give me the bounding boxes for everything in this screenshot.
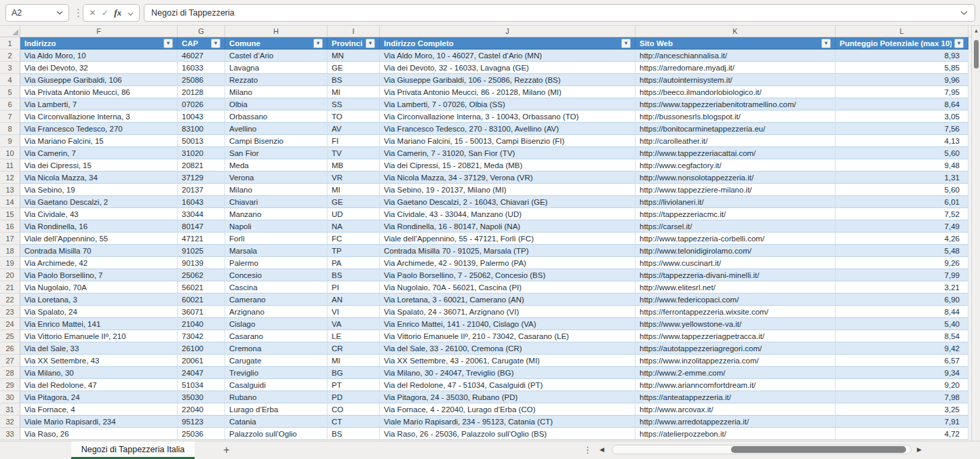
cell-I33[interactable]: BS — [328, 428, 380, 440]
row-number-23[interactable]: 23 — [0, 306, 20, 318]
cell-K25[interactable]: https://www.tappezzeriagpetracca.it/ — [635, 330, 836, 342]
cell-K24[interactable]: https://www.yellowstone-va.it/ — [635, 318, 836, 330]
cell-K27[interactable]: https://www.inzolitappezzeria.com/ — [635, 355, 836, 367]
cell-K10[interactable]: http://www.tappezzeriacattai.com/ — [635, 147, 836, 159]
cell-L27[interactable]: 6,57 — [836, 355, 968, 367]
header-cell-H[interactable]: Comune▾ — [225, 37, 328, 49]
scroll-right-icon[interactable]: ▶ — [917, 446, 922, 453]
cell-I10[interactable]: TV — [328, 147, 380, 159]
cell-I2[interactable]: MN — [328, 49, 380, 62]
cell-K3[interactable]: https://arredomare.myadj.it/ — [635, 62, 836, 74]
cell-L8[interactable]: 7,56 — [836, 123, 968, 135]
cell-F16[interactable]: Via Rondinella, 16 — [20, 220, 178, 233]
cell-H4[interactable]: Rezzato — [225, 74, 328, 86]
cell-G12[interactable]: 37129 — [178, 172, 225, 184]
cell-K30[interactable]: https://anteatappezzeria.it/ — [635, 391, 836, 403]
cell-I19[interactable]: PA — [328, 257, 380, 269]
row-number-2[interactable]: 2 — [0, 49, 20, 62]
select-all-corner[interactable] — [0, 26, 20, 37]
cell-H5[interactable]: Milano — [225, 86, 328, 98]
cell-H14[interactable]: Chiavari — [225, 196, 328, 208]
cell-K22[interactable]: http://www.federicopaci.com/ — [635, 294, 836, 306]
cell-F17[interactable]: Viale dell’Appennino, 55 — [20, 233, 178, 245]
row-number-28[interactable]: 28 — [0, 367, 20, 379]
cell-H2[interactable]: Castel d’Ario — [225, 49, 328, 62]
cell-J30[interactable]: Via Pitagora, 24 - 35030, Rubano (PD) — [380, 391, 635, 403]
filter-button-K[interactable]: ▾ — [821, 39, 831, 48]
cell-G25[interactable]: 73042 — [178, 330, 225, 342]
formula-bar[interactable]: Negozi di Tappezzeria — [144, 4, 975, 22]
cell-J6[interactable]: Via Lamberti, 7 - 07026, Olbia (SS) — [380, 98, 635, 111]
cell-K19[interactable]: https://www.cuscinart.it/ — [635, 257, 836, 269]
cell-I5[interactable]: MI — [328, 86, 380, 98]
cell-J32[interactable]: Viale Mario Rapisardi, 234 - 95123, Cata… — [380, 416, 635, 428]
scroll-left-icon[interactable]: ◀ — [600, 446, 604, 453]
row-number-21[interactable]: 21 — [0, 281, 20, 294]
cell-H23[interactable]: Arzignano — [225, 306, 328, 318]
cell-L31[interactable]: 3,25 — [836, 403, 968, 416]
formula-bar-expand-chevron-icon[interactable] — [960, 11, 968, 16]
cell-H30[interactable]: Rubano — [225, 391, 328, 403]
vertical-scrollbar-thumb[interactable] — [974, 40, 979, 68]
cell-H21[interactable]: Cascina — [225, 281, 328, 294]
cell-L4[interactable]: 9,96 — [836, 74, 968, 86]
cell-G28[interactable]: 24047 — [178, 367, 225, 379]
row-number-32[interactable]: 32 — [0, 416, 20, 428]
cell-I22[interactable]: AN — [328, 294, 380, 306]
cell-J16[interactable]: Via Rondinella, 16 - 80147, Napoli (NA) — [380, 220, 635, 233]
cell-I16[interactable]: NA — [328, 220, 380, 233]
row-number-10[interactable]: 10 — [0, 147, 20, 159]
cell-H29[interactable]: Casalguidi — [225, 379, 328, 391]
fx-chevron-down-icon[interactable] — [128, 7, 134, 19]
cell-K9[interactable]: http://carolleather.it/ — [635, 135, 836, 147]
row-number-5[interactable]: 5 — [0, 86, 20, 98]
cell-H9[interactable]: Campi Bisenzio — [225, 135, 328, 147]
cell-G19[interactable]: 90139 — [178, 257, 225, 269]
cell-J29[interactable]: Via del Redolone, 47 - 51034, Casalguidi… — [380, 379, 635, 391]
cell-H28[interactable]: Treviglio — [225, 367, 328, 379]
row-number-13[interactable]: 13 — [0, 184, 20, 196]
cell-L24[interactable]: 5,40 — [836, 318, 968, 330]
cell-K6[interactable]: https://www.tappezzeriabenitotramellino.… — [635, 98, 836, 111]
cell-G11[interactable]: 20821 — [178, 159, 225, 172]
cell-J12[interactable]: Via Nicola Mazza, 34 - 37129, Verona (VR… — [380, 172, 635, 184]
cell-I11[interactable]: MB — [328, 159, 380, 172]
cell-J17[interactable]: Viale dell’Appennino, 55 - 47121, Forlì … — [380, 233, 635, 245]
cell-G6[interactable]: 07026 — [178, 98, 225, 111]
cell-G32[interactable]: 95123 — [178, 416, 225, 428]
row-number-3[interactable]: 3 — [0, 62, 20, 74]
cell-K14[interactable]: https://liviolaneri.it/ — [635, 196, 836, 208]
cell-H12[interactable]: Verona — [225, 172, 328, 184]
cell-H31[interactable]: Lurago d’Erba — [225, 403, 328, 416]
horizontal-scrollbar-thumb[interactable] — [731, 446, 906, 453]
cell-F33[interactable]: Via Raso, 26 — [20, 428, 178, 440]
filter-button-J[interactable]: ▾ — [621, 39, 631, 48]
cell-J7[interactable]: Via Circonvallazione Interna, 3 - 10043,… — [380, 111, 635, 123]
cell-L2[interactable]: 8,93 — [836, 49, 968, 62]
cell-K2[interactable]: http://anceschiannalisa.it/ — [635, 49, 836, 62]
cell-J18[interactable]: Contrada Misilla 70 - 91025, Marsala (TP… — [380, 245, 635, 257]
cell-J26[interactable]: Via del Sale, 33 - 26100, Cremona (CR) — [380, 342, 635, 355]
column-letter-F[interactable]: F — [20, 26, 178, 37]
cell-L33[interactable]: 4,72 — [836, 428, 968, 440]
cell-F2[interactable]: Via Aldo Moro, 10 — [20, 49, 178, 62]
row-number-7[interactable]: 7 — [0, 111, 20, 123]
cell-L28[interactable]: 9,34 — [836, 367, 968, 379]
cell-J13[interactable]: Via Sebino, 19 - 20137, Milano (MI) — [380, 184, 635, 196]
cell-K32[interactable]: http://www.arredotappezzeria.it/ — [635, 416, 836, 428]
cell-H16[interactable]: Napoli — [225, 220, 328, 233]
cell-F29[interactable]: Via del Redolone, 47 — [20, 379, 178, 391]
cell-L23[interactable]: 8,44 — [836, 306, 968, 318]
cell-K5[interactable]: https://beeco.ilmandorlobiologico.it/ — [635, 86, 836, 98]
cell-H11[interactable]: Meda — [225, 159, 328, 172]
cell-H22[interactable]: Camerano — [225, 294, 328, 306]
cell-G18[interactable]: 91025 — [178, 245, 225, 257]
cell-G23[interactable]: 36071 — [178, 306, 225, 318]
cell-H18[interactable]: Marsala — [225, 245, 328, 257]
cell-F6[interactable]: Via Lamberti, 7 — [20, 98, 178, 111]
cell-F3[interactable]: Via dei Devoto, 32 — [20, 62, 178, 74]
cell-K11[interactable]: http://www.cegfactory.it/ — [635, 159, 836, 172]
cell-I15[interactable]: UD — [328, 208, 380, 220]
cell-F7[interactable]: Via Circonvallazione Interna, 3 — [20, 111, 178, 123]
cell-H33[interactable]: Palazzolo sull’Oglio — [225, 428, 328, 440]
